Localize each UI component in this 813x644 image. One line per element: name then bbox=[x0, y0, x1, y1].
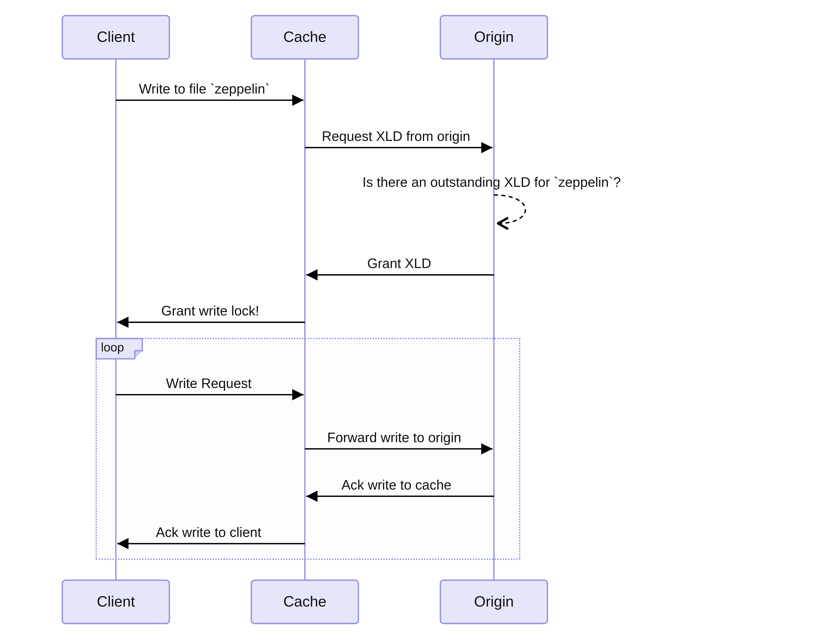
actor-origin-label-bottom: Origin bbox=[474, 593, 514, 610]
actor-client-bottom: Client bbox=[61, 580, 170, 624]
actor-cache-label: Cache bbox=[283, 28, 327, 46]
msg-forward-write: Forward write to origin bbox=[327, 430, 461, 445]
actor-client-label: Client bbox=[97, 28, 135, 46]
msg-write-file: Write to file `zeppelin` bbox=[139, 81, 270, 97]
msg-grant-write-lock: Grant write lock! bbox=[161, 303, 259, 319]
msg-ack-client: Ack write to client bbox=[156, 525, 261, 540]
actor-cache-label-bottom: Cache bbox=[283, 593, 327, 610]
msg-outstanding-xld: Is there an outstanding XLD for `zeppeli… bbox=[362, 175, 621, 190]
actor-cache-top: Cache bbox=[251, 15, 359, 60]
msg-request-xld: Request XLD from origin bbox=[322, 128, 470, 144]
msg-ack-cache: Ack write to cache bbox=[342, 477, 451, 493]
actor-origin-top: Origin bbox=[440, 15, 548, 60]
msg-write-request: Write Request bbox=[166, 376, 252, 392]
actor-origin-bottom: Origin bbox=[440, 580, 548, 624]
actor-cache-bottom: Cache bbox=[251, 580, 359, 624]
arrow-self-outstanding-xld bbox=[494, 195, 526, 223]
msg-grant-xld: Grant XLD bbox=[367, 256, 431, 272]
actor-client-label-bottom: Client bbox=[97, 593, 135, 610]
sequence-diagram: Client Cache Origin Client Cache Origin … bbox=[0, 0, 813, 644]
actor-origin-label: Origin bbox=[474, 28, 514, 46]
loop-label: loop bbox=[101, 341, 124, 354]
actor-client-top: Client bbox=[61, 15, 170, 60]
